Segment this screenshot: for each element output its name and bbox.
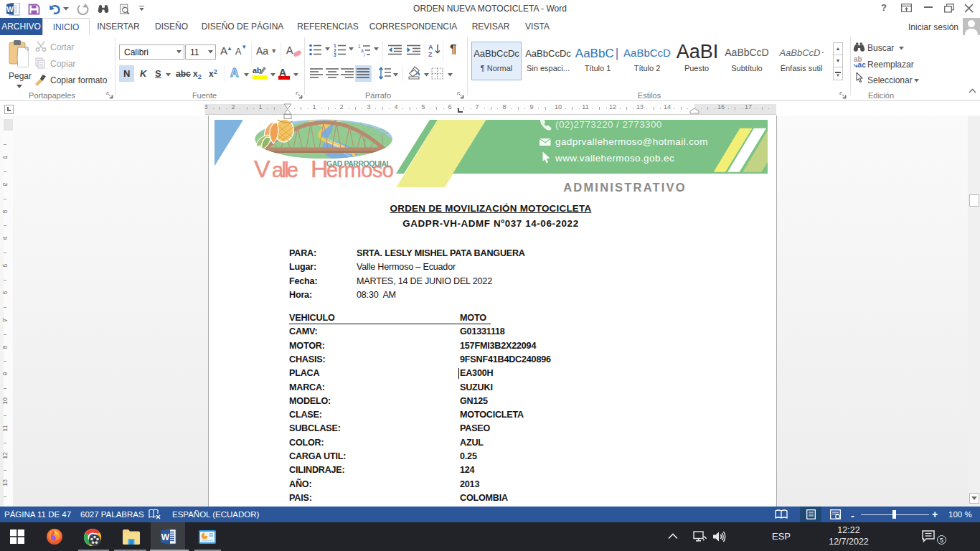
- svg-text:ADMINISTRATIVO: ADMINISTRATIVO: [563, 181, 687, 194]
- svg-text:GAD PARROQUIAL: GAD PARROQUIAL: [326, 159, 392, 168]
- svg-text:gadprvallehermoso@hotmail.com: gadprvallehermoso@hotmail.com: [555, 136, 708, 147]
- svg-text:A: A: [428, 44, 433, 51]
- svg-text:W: W: [161, 532, 170, 542]
- svg-text:Z: Z: [428, 51, 433, 57]
- svg-text:(02)2773220 / 2773300: (02)2773220 / 2773300: [555, 119, 662, 130]
- svg-text:www.vallehermoso.gob.ec: www.vallehermoso.gob.ec: [555, 153, 674, 164]
- svg-text:i: i: [364, 52, 364, 57]
- svg-text:3: 3: [334, 52, 336, 57]
- svg-text:V: V: [254, 155, 270, 182]
- svg-text:alle: alle: [272, 159, 298, 182]
- svg-text:W: W: [6, 6, 14, 14]
- svg-text:H: H: [311, 155, 329, 182]
